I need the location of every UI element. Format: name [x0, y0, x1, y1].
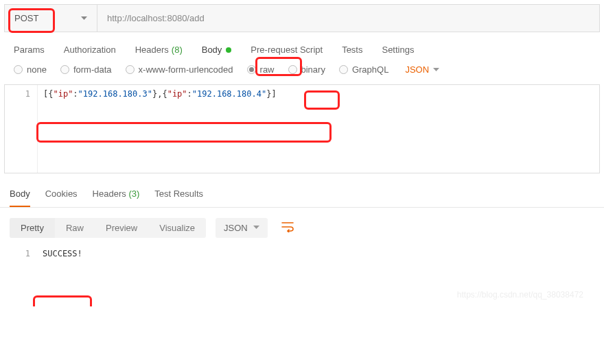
- response-view-row: Pretty Raw Preview Visualize JSON: [0, 208, 604, 245]
- view-pretty-button[interactable]: Pretty: [10, 218, 55, 238]
- tab-settings[interactable]: Settings: [382, 45, 414, 55]
- view-visualize-button[interactable]: Visualize: [148, 218, 206, 238]
- response-type-select[interactable]: JSON: [216, 218, 268, 238]
- body-raw-language-select[interactable]: JSON: [405, 64, 439, 75]
- headers-count: (8): [172, 45, 183, 55]
- tab-body-label: Body: [202, 45, 222, 55]
- view-mode-group: Pretty Raw Preview Visualize: [10, 218, 206, 238]
- response-body-editor[interactable]: 1 SUCCESS!: [10, 245, 594, 263]
- body-active-indicator-icon: [226, 47, 231, 53]
- request-body-editor[interactable]: 1 [{"ip":"192.168.180.3"},{"ip":"192.168…: [4, 84, 600, 173]
- radio-icon: [126, 65, 135, 74]
- wrap-icon: [281, 221, 294, 234]
- tab-headers-label: Headers: [135, 45, 169, 55]
- radio-icon: [339, 65, 348, 74]
- radio-icon: [60, 65, 69, 74]
- body-type-row: none form-data x-www-form-urlencoded raw…: [0, 64, 604, 84]
- wrap-lines-button[interactable]: [277, 217, 298, 238]
- body-type-raw[interactable]: raw: [247, 64, 275, 75]
- resp-tab-headers[interactable]: Headers (3): [93, 189, 140, 207]
- tab-params[interactable]: Params: [14, 45, 45, 55]
- tab-prerequest[interactable]: Pre-request Script: [251, 45, 323, 55]
- editor-gutter: 1: [5, 85, 38, 173]
- body-lang-label: JSON: [405, 64, 429, 75]
- editor-gutter: 1: [10, 245, 37, 263]
- http-method-label: POST: [14, 13, 38, 23]
- resp-tab-cookies[interactable]: Cookies: [45, 189, 78, 207]
- radio-selected-icon: [247, 65, 256, 74]
- url-input[interactable]: [97, 5, 599, 32]
- resp-tab-testresults[interactable]: Test Results: [154, 189, 203, 207]
- response-type-label: JSON: [224, 223, 248, 233]
- radio-icon: [288, 65, 297, 74]
- request-tabs: Params Authorization Headers (8) Body Pr…: [0, 32, 604, 64]
- tab-tests[interactable]: Tests: [342, 45, 362, 55]
- tab-authorization[interactable]: Authorization: [64, 45, 116, 55]
- response-body-text: SUCCESS!: [37, 245, 88, 263]
- response-tabs: Body Cookies Headers (3) Test Results: [0, 173, 604, 208]
- editor-code: [{"ip":"192.168.180.3"},{"ip":"192.168.1…: [38, 85, 282, 173]
- chevron-down-icon: [433, 68, 439, 72]
- watermark: https://blog.csdn.net/qq_38038472: [0, 263, 604, 306]
- resp-headers-label: Headers: [93, 189, 126, 199]
- chevron-down-icon: [81, 16, 87, 21]
- body-type-binary[interactable]: binary: [288, 64, 325, 75]
- line-number: 1: [10, 249, 30, 258]
- tab-body[interactable]: Body: [202, 45, 232, 55]
- view-preview-button[interactable]: Preview: [95, 218, 148, 238]
- view-raw-button[interactable]: Raw: [55, 218, 95, 238]
- body-type-xwww[interactable]: x-www-form-urlencoded: [126, 64, 233, 75]
- line-number: 1: [5, 89, 30, 99]
- chevron-down-icon: [253, 226, 259, 230]
- body-type-formdata[interactable]: form-data: [60, 64, 112, 75]
- radio-icon: [14, 65, 23, 74]
- resp-tab-body[interactable]: Body: [10, 189, 30, 207]
- resp-headers-count: (3): [128, 189, 139, 199]
- http-method-select[interactable]: POST: [5, 5, 97, 32]
- tab-headers[interactable]: Headers (8): [135, 45, 183, 55]
- body-type-none[interactable]: none: [14, 64, 47, 75]
- body-type-graphql[interactable]: GraphQL: [339, 64, 388, 75]
